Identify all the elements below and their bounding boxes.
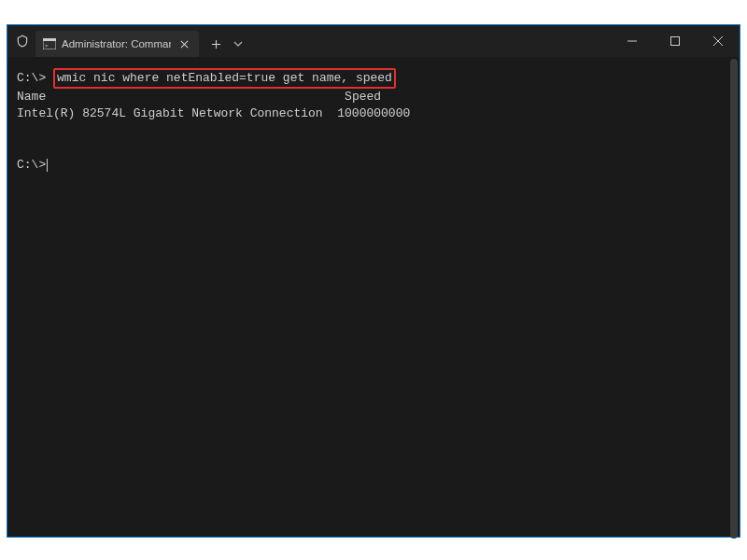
close-tab-button[interactable] <box>176 36 191 51</box>
svg-rect-8 <box>671 37 680 46</box>
terminal-body[interactable]: C:\> wmic nic where netEnabled=true get … <box>7 57 740 537</box>
shield-icon <box>15 34 30 49</box>
output-row: Intel(R) 82574L Gigabit Network Connecti… <box>17 106 410 120</box>
terminal-window: >_ Administrator: Command Pron <box>7 24 740 538</box>
maximize-button[interactable] <box>654 26 697 56</box>
command-text: wmic nic where netEnabled=true get name,… <box>57 71 392 85</box>
tab-active[interactable]: >_ Administrator: Command Pron <box>35 31 199 57</box>
scrollbar-thumb[interactable] <box>730 59 738 539</box>
prompt-line-2: C:\> <box>17 158 46 172</box>
text-cursor <box>47 159 48 172</box>
output-header: Name Speed <box>17 90 381 104</box>
titlebar: >_ Administrator: Command Pron <box>7 25 740 57</box>
svg-text:>_: >_ <box>45 42 52 49</box>
tab-title: Administrator: Command Pron <box>62 38 171 49</box>
cmd-icon: >_ <box>43 37 56 50</box>
new-tab-button[interactable] <box>203 31 229 57</box>
scrollbar[interactable] <box>728 57 740 537</box>
command-highlight: wmic nic where netEnabled=true get name,… <box>53 68 396 89</box>
minimize-button[interactable] <box>611 26 654 56</box>
tab-dropdown-button[interactable] <box>229 31 247 57</box>
close-window-button[interactable] <box>697 26 740 56</box>
prompt-line-1: C:\> wmic nic where netEnabled=true get … <box>17 71 396 85</box>
window-controls <box>611 25 740 57</box>
